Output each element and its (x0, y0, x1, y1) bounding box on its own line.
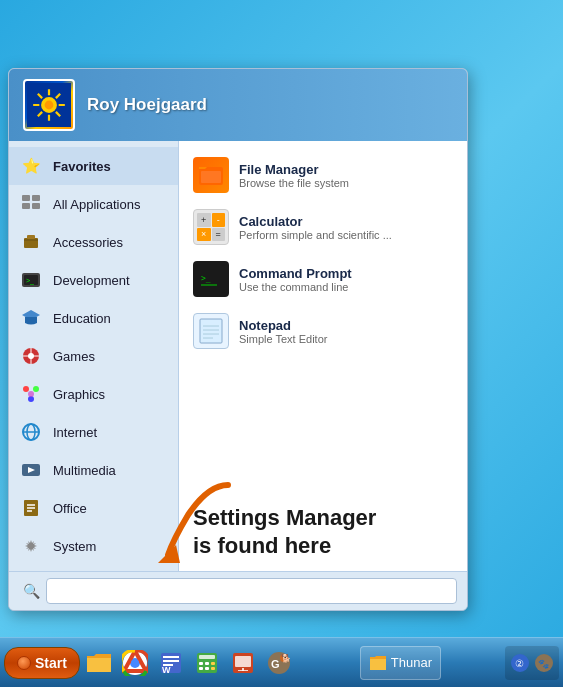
avatar (23, 79, 75, 131)
taskbar-gimp-icon[interactable]: G 🐕 (262, 646, 296, 680)
svg-point-26 (23, 386, 29, 392)
taskbar-impress-icon[interactable] (226, 646, 260, 680)
sidebar-item-label: Development (53, 273, 130, 288)
svg-point-27 (33, 386, 39, 392)
app-info-notepad: Notepad Simple Text Editor (239, 318, 453, 345)
sidebar-item-label: Games (53, 349, 95, 364)
file-manager-icon (193, 157, 229, 193)
app-item-file-manager[interactable]: File Manager Browse the file system (179, 149, 467, 201)
app-item-command-prompt[interactable]: >_ Command Prompt Use the command line (179, 253, 467, 305)
svg-text:G: G (271, 658, 280, 670)
taskbar-active-app[interactable]: Thunar (360, 646, 441, 680)
sidebar-item-label: System (53, 539, 96, 554)
graphics-icon (19, 382, 43, 406)
app-desc: Use the command line (239, 281, 453, 293)
sidebar-item-development[interactable]: >_ Development (9, 261, 178, 299)
system-tray: ② 🐾 (505, 646, 559, 680)
favorites-icon: ⭐ (19, 154, 43, 178)
svg-rect-16 (27, 235, 35, 239)
svg-rect-65 (205, 667, 209, 670)
education-icon (19, 306, 43, 330)
svg-rect-56 (163, 660, 179, 662)
sidebar-item-all-applications[interactable]: All Applications (9, 185, 178, 223)
orange-arrow (148, 475, 248, 569)
tray-gimp-icon[interactable]: 🐾 (533, 652, 555, 674)
active-app-label: Thunar (391, 655, 432, 670)
sidebar-item-label: Accessories (53, 235, 123, 250)
app-name: File Manager (239, 162, 453, 177)
sidebar-item-internet[interactable]: Internet (9, 413, 178, 451)
svg-rect-66 (211, 667, 215, 670)
app-name: Notepad (239, 318, 453, 333)
username-label: Roy Hoejgaard (87, 95, 207, 115)
menu-search-bar: 🔍 (9, 571, 467, 610)
sidebar-item-graphics[interactable]: Graphics (9, 375, 178, 413)
start-button[interactable]: Start (4, 647, 80, 679)
svg-text:②: ② (515, 658, 524, 669)
taskbar: Start W (0, 637, 563, 687)
app-info-command-prompt: Command Prompt Use the command line (239, 266, 453, 293)
search-icon: 🔍 (19, 583, 40, 599)
development-icon: >_ (19, 268, 43, 292)
svg-rect-70 (238, 670, 248, 671)
command-prompt-icon: >_ (193, 261, 229, 297)
system-icon (19, 534, 43, 558)
svg-rect-13 (22, 203, 30, 209)
sidebar-item-label: Education (53, 311, 111, 326)
svg-rect-60 (199, 655, 215, 659)
sidebar-item-label: Favorites (53, 159, 111, 174)
svg-rect-63 (211, 662, 215, 665)
svg-text:>_: >_ (26, 277, 34, 285)
app-name: Command Prompt (239, 266, 453, 281)
search-input[interactable] (46, 578, 457, 604)
app-info-calculator: Calculator Perform simple and scientific… (239, 214, 453, 241)
internet-icon (19, 420, 43, 444)
calculator-icon: + - × = (193, 209, 229, 245)
svg-text:>_: >_ (201, 274, 211, 283)
svg-point-10 (45, 101, 54, 110)
svg-text:W: W (162, 665, 171, 675)
svg-point-53 (131, 659, 139, 667)
svg-rect-55 (163, 656, 179, 658)
app-desc: Browse the file system (239, 177, 453, 189)
sidebar-item-accessories[interactable]: Accessories (9, 223, 178, 261)
sidebar-item-label: All Applications (53, 197, 140, 212)
svg-rect-64 (199, 667, 203, 670)
sidebar-item-favorites[interactable]: ⭐ Favorites (9, 147, 178, 185)
svg-point-29 (28, 391, 34, 397)
sidebar-item-label: Internet (53, 425, 97, 440)
taskbar-folder-icon[interactable] (82, 646, 116, 680)
app-desc: Simple Text Editor (239, 333, 453, 345)
svg-rect-61 (199, 662, 203, 665)
svg-rect-14 (32, 203, 40, 209)
taskbar-chrome-icon[interactable] (118, 646, 152, 680)
svg-rect-45 (200, 319, 222, 343)
games-icon (19, 344, 43, 368)
svg-rect-11 (22, 195, 30, 201)
app-info-file-manager: File Manager Browse the file system (239, 162, 453, 189)
start-orb-icon (17, 656, 31, 670)
accessories-icon (19, 230, 43, 254)
app-name: Calculator (239, 214, 453, 229)
sidebar-item-label: Office (53, 501, 87, 516)
sidebar-item-games[interactable]: Games (9, 337, 178, 375)
start-label: Start (35, 655, 67, 671)
notepad-icon (193, 313, 229, 349)
tray-badge[interactable]: ② (509, 652, 531, 674)
svg-text:🐕: 🐕 (281, 653, 291, 663)
sidebar-item-label: Multimedia (53, 463, 116, 478)
menu-header: Roy Hoejgaard (9, 69, 467, 141)
app-item-notepad[interactable]: Notepad Simple Text Editor (179, 305, 467, 357)
svg-rect-62 (205, 662, 209, 665)
app-item-calculator[interactable]: + - × = Calculator Perform simple and sc… (179, 201, 467, 253)
sidebar-item-label: Graphics (53, 387, 105, 402)
multimedia-icon (19, 458, 43, 482)
all-apps-icon (19, 192, 43, 216)
svg-rect-41 (201, 171, 221, 183)
sidebar-item-education[interactable]: Education (9, 299, 178, 337)
svg-rect-12 (32, 195, 40, 201)
office-icon (19, 496, 43, 520)
taskbar-calc-icon[interactable] (190, 646, 224, 680)
taskbar-writer-icon[interactable]: W (154, 646, 188, 680)
app-desc: Perform simple and scientific ... (239, 229, 453, 241)
